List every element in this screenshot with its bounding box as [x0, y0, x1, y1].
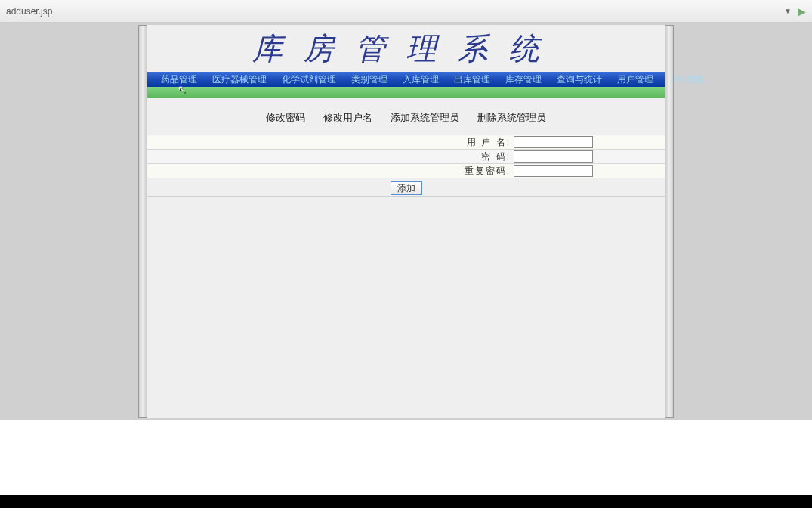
title-area: 库房管理系统	[147, 25, 665, 72]
repeat-password-input[interactable]	[514, 165, 593, 177]
subnav-add-admin[interactable]: 添加系统管理员	[391, 111, 459, 125]
password-input[interactable]	[514, 150, 593, 163]
nav-query-stats[interactable]: 查询与统计	[549, 73, 610, 86]
password-row: 密 码:	[147, 150, 665, 164]
nav-chemical-mgmt[interactable]: 化学试剂管理	[274, 73, 344, 86]
content-area: 修改密码 修改用户名 添加系统管理员 删除系统管理员 用 户 名: 密 码:	[147, 98, 665, 418]
nav-device-mgmt[interactable]: 医疗器械管理	[205, 73, 274, 86]
dropdown-icon[interactable]: ▼	[784, 7, 792, 15]
right-scrollbar[interactable]	[665, 25, 674, 418]
nav-inbound-mgmt[interactable]: 入库管理	[395, 73, 446, 86]
username-row: 用 户 名:	[147, 135, 665, 150]
page-background: 库房管理系统 药品管理 医疗器械管理 化学试剂管理 类别管理 入库管理 出库管理…	[0, 23, 812, 420]
nav-outbound-mgmt[interactable]: 出库管理	[446, 73, 498, 86]
main-nav: 药品管理 医疗器械管理 化学试剂管理 类别管理 入库管理 出库管理 库存管理 查…	[147, 72, 665, 87]
green-divider: ↖	[147, 87, 665, 98]
nav-category-mgmt[interactable]: 类别管理	[344, 73, 395, 86]
subnav-delete-admin[interactable]: 删除系统管理员	[477, 111, 546, 125]
password-label: 密 码:	[147, 150, 514, 163]
sub-nav: 修改密码 修改用户名 添加系统管理员 删除系统管理员	[147, 111, 665, 125]
go-icon[interactable]: ▶	[798, 5, 806, 17]
cursor-icon: ↖	[178, 83, 187, 95]
subnav-change-password[interactable]: 修改密码	[266, 111, 305, 125]
left-scrollbar[interactable]	[138, 25, 147, 418]
username-label: 用 户 名:	[147, 136, 514, 149]
add-user-form: 用 户 名: 密 码: 重复密码: 添加	[147, 135, 665, 197]
nav-user-mgmt[interactable]: 用户管理	[610, 73, 661, 86]
subnav-change-username[interactable]: 修改用户名	[323, 111, 372, 125]
bottom-bar	[0, 495, 812, 508]
repeat-password-row: 重复密码:	[147, 164, 665, 178]
nav-stock-mgmt[interactable]: 库存管理	[498, 73, 549, 86]
browser-address-bar: adduser.jsp ▼ ▶	[0, 0, 812, 23]
main-panel: 库房管理系统 药品管理 医疗器械管理 化学试剂管理 类别管理 入库管理 出库管理…	[147, 25, 665, 418]
username-input[interactable]	[514, 136, 593, 148]
repeat-password-label: 重复密码:	[147, 165, 514, 178]
page-title: 库房管理系统	[252, 28, 560, 70]
bottom-whitespace	[0, 420, 812, 495]
url-text: adduser.jsp	[6, 6, 52, 17]
add-button[interactable]: 添加	[391, 181, 422, 195]
submit-row: 添加	[147, 178, 665, 197]
